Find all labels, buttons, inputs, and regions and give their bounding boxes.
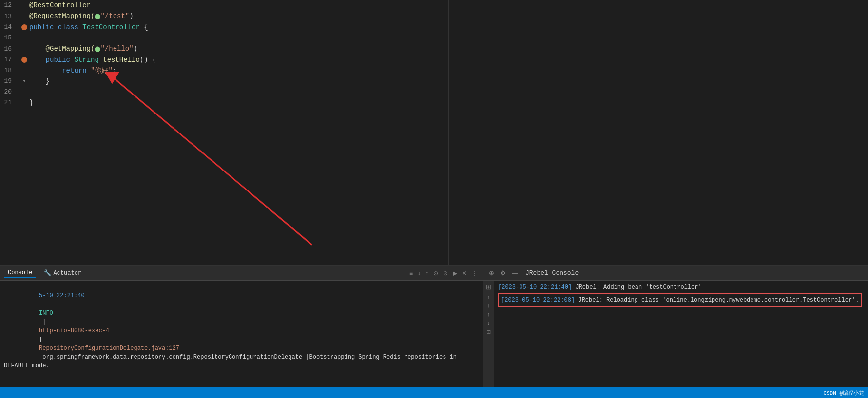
line-num-14: 14 [0, 22, 19, 33]
code-line-20: 20 [0, 87, 448, 97]
jrebel-side-icons: ⊞ ↑ ↓ ↑ ↓ ⊡ [483, 281, 494, 387]
log-thread-1: http-nio-8080-exec-4 [39, 327, 113, 334]
line-num-13: 13 [0, 11, 19, 22]
line-num-18: 18 [0, 65, 19, 76]
tab-actuator[interactable]: 🔧 Actuator [40, 268, 85, 278]
jrebel-toolbar: ⊕ ⚙ — JRebel Console [483, 266, 868, 281]
line-content-14: public class TestController { [29, 22, 448, 33]
jrebel-minimize-btn[interactable]: — [510, 269, 520, 277]
jrebel-side-icon-6[interactable]: ⊡ [485, 328, 492, 336]
line-num-17: 17 [0, 55, 19, 65]
console-tab-bar: Console 🔧 Actuator ≡ ↓ ↑ ⊙ ⊘ ▶ ✕ ⋮ [0, 266, 483, 281]
toolbar-scroll-up-btn[interactable]: ↑ [424, 269, 430, 278]
line-num-16: 16 [0, 44, 19, 55]
toolbar-more-btn[interactable]: ⋮ [470, 269, 479, 278]
line-num-21: 21 [0, 97, 19, 108]
line-content-17: public String testHello() { [29, 55, 448, 65]
toolbar-pause-btn[interactable]: ⊘ [442, 269, 449, 278]
log-pipe-1 [39, 301, 42, 308]
line-content-21: } [29, 97, 448, 108]
actuator-icon: 🔧 [44, 269, 51, 277]
code-line-16: 16 @GetMapping(⬤"/hello") [0, 43, 448, 55]
jrebel-highlight-box: [2023-05-10 22:22:08] JRebel: Reloading … [498, 293, 862, 307]
jrebel-side-icon-2[interactable]: ↑ [486, 293, 492, 300]
toolbar-stop-btn[interactable]: ✕ [461, 269, 468, 278]
code-line-13: 13 @RequestMapping(⬤"/test") [0, 11, 448, 22]
jrebel-side-icon-3[interactable]: ↓ [486, 302, 492, 309]
code-lines: 12 @RestController 13 @RequestMapping(⬤"… [0, 0, 448, 108]
log-msg-1: org.springframework.data.repository.conf… [4, 354, 460, 369]
fold-icon-19[interactable]: ▼ [23, 76, 25, 87]
console-content: 5-10 22:21:40 INFO | http-nio-8080-exec-… [0, 281, 483, 387]
line-content-20 [29, 87, 448, 97]
log-ts-1: 5-10 22:21:40 [39, 292, 85, 299]
gutter-19: ▼ [19, 76, 29, 87]
bottom-panel: Console 🔧 Actuator ≡ ↓ ↑ ⊙ ⊘ ▶ ✕ ⋮ [0, 265, 868, 387]
jrebel-content: [2023-05-10 22:21:40] JRebel: Adding bea… [494, 281, 868, 387]
line-num-20: 20 [0, 87, 19, 97]
log-level-1: INFO [39, 310, 57, 317]
gutter-14 [19, 24, 29, 30]
code-line-14: 14 public class TestController { [0, 22, 448, 33]
code-line-21: 21 } [0, 97, 448, 108]
gutter-17 [19, 57, 29, 63]
code-line-17: 17 public String testHello() { [0, 55, 448, 65]
log-sep-1: | [39, 336, 42, 343]
line-num-12: 12 [0, 0, 19, 11]
code-editor: 12 @RestController 13 @RequestMapping(⬤"… [0, 0, 448, 265]
tab-console[interactable]: Console [4, 268, 36, 278]
console-toolbar: ≡ ↓ ↑ ⊙ ⊘ ▶ ✕ ⋮ [408, 269, 479, 278]
jrebel-globe-btn[interactable]: ⊕ [487, 269, 496, 277]
log-line-2: 5-10 22:21:40 INFO | http-nio-8080-exec-… [4, 379, 479, 387]
line-num-15: 15 [0, 33, 19, 43]
line-content-18: return "你好"; [29, 65, 448, 76]
jrebel-panel: ⊕ ⚙ — JRebel Console ⊞ ↑ ↓ ↑ ↓ ⊡ [2023-0 [483, 266, 868, 387]
jrebel-ts-1: [2023-05-10 22:21:40] [498, 284, 572, 291]
line-content-12: @RestController [29, 0, 448, 11]
code-line-18: 18 return "你好"; [0, 65, 448, 76]
line-content-13: @RequestMapping(⬤"/test") [29, 11, 448, 22]
toolbar-filter-btn[interactable]: ⊙ [432, 269, 440, 278]
toolbar-scroll-down-btn[interactable]: ↓ [416, 269, 422, 278]
status-bar-text: CSDN @编程小龙 [823, 389, 864, 397]
jrebel-panel-title: JRebel Console [525, 269, 579, 277]
code-line-12: 12 @RestController [0, 0, 448, 11]
jrebel-log-2: [2023-05-10 22:22:08] JRebel: Reloading … [498, 292, 864, 307]
jrebel-ts-2: [2023-05-10 22:22:08] [501, 297, 575, 303]
line-num-19: 19 [0, 76, 19, 87]
right-panel [449, 0, 868, 265]
breakpoint-icon-14[interactable] [21, 24, 27, 30]
log-line-1: 5-10 22:21:40 INFO | http-nio-8080-exec-… [4, 283, 479, 379]
line-content-15 [29, 33, 448, 43]
jrebel-msg-1: JRebel: Adding bean 'testController' [575, 284, 701, 291]
jrebel-side-icon-1[interactable]: ⊞ [484, 283, 493, 291]
breakpoint-icon-17[interactable] [21, 57, 27, 63]
status-bar: CSDN @编程小龙 [0, 387, 868, 398]
editor-area: 12 @RestController 13 @RequestMapping(⬤"… [0, 0, 868, 265]
log-src-1: RepositoryConfigurationDelegate.java:127 [39, 345, 179, 352]
code-line-15: 15 [0, 33, 448, 43]
code-line-19: 19 ▼ } [0, 76, 448, 87]
console-panel: Console 🔧 Actuator ≡ ↓ ↑ ⊙ ⊘ ▶ ✕ ⋮ [0, 266, 483, 387]
jrebel-log-1: [2023-05-10 22:21:40] JRebel: Adding bea… [498, 283, 864, 292]
jrebel-msg-2: JRebel: Reloading class 'online.longzipe… [578, 297, 859, 303]
jrebel-side-icon-4[interactable]: ↑ [486, 311, 492, 318]
log-space-1: | [39, 319, 46, 325]
toolbar-clear-btn[interactable]: ≡ [408, 269, 414, 278]
jrebel-side-icon-5[interactable]: ↓ [486, 320, 492, 326]
line-content-19: } [29, 76, 448, 87]
line-content-16: @GetMapping(⬤"/hello") [29, 43, 448, 55]
jrebel-settings-btn[interactable]: ⚙ [499, 269, 507, 277]
main-container: 12 @RestController 13 @RequestMapping(⬤"… [0, 0, 868, 398]
toolbar-run-btn[interactable]: ▶ [451, 269, 459, 278]
